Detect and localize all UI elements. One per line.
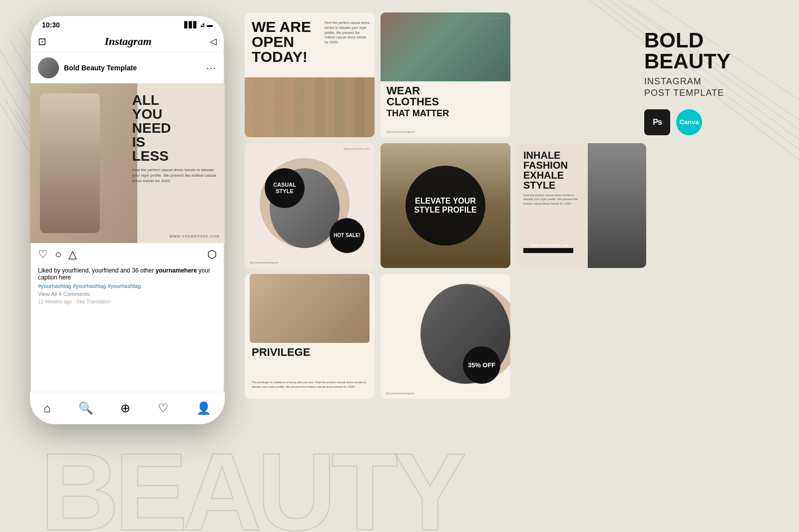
post-subtext: Find the perfect casual dress trends to … (132, 167, 220, 184)
view-comments[interactable]: View All 4 Comments (30, 290, 225, 298)
card7-badge: 35% OFF (463, 346, 500, 384)
profile-row: Bold Beauty Template ··· (30, 52, 225, 83)
profile-name: Bold Beauty Template (64, 64, 137, 72)
post-text-area: ALL YOU NEED IS LESS Find the perfect ca… (132, 93, 220, 184)
battery-icon: ▬ (207, 21, 213, 28)
phone-bottom-nav: ⌂ 🔍 ⊕ ♡ 👤 (30, 392, 225, 424)
activity-icon[interactable]: ♡ (158, 401, 169, 415)
card-privilege: www.yourstore.com PRIVILEGE The privileg… (245, 274, 375, 399)
post-website: WWW.YOURSTORE.COM (169, 235, 220, 238)
brand-subtitle: INSTAGRAM POST TEMPLATE (644, 76, 784, 99)
card2-url: www.yourstore.com (479, 16, 505, 19)
post-hashtags: #yourhashtag #yourhashtag #yourhashtag (30, 282, 225, 290)
card2-handle: @yourstoreinstagram (387, 130, 415, 133)
post-image: ALL YOU NEED IS LESS Find the perfect ca… (30, 83, 225, 243)
canva-icon: Canva (676, 109, 702, 135)
card1-image (245, 77, 375, 137)
card4-text: ELEVATE YOUR STYLE PROFILE (405, 192, 485, 219)
phone-time: 10:30 (42, 21, 60, 29)
card3-url: www.yourstore.com (344, 147, 370, 150)
send-icon[interactable]: ◁ (210, 36, 217, 47)
card6-subtext: The privilege of a lifetime is being who… (252, 380, 368, 389)
add-icon[interactable]: ⊕ (120, 401, 130, 415)
right-panel: Bold Beauty INSTAGRAM POST TEMPLATE Ps C… (644, 30, 784, 135)
compatible-icons: Ps Canva (644, 109, 784, 135)
card2-photo (381, 12, 510, 87)
instagram-header: ⊡ Instagram ◁ (30, 31, 225, 52)
ps-icon: Ps (644, 109, 670, 135)
comment-icon[interactable]: ○ (55, 248, 61, 261)
brand-title: Bold Beauty (644, 30, 784, 72)
card5-left: INHALEFASHIONEXHALESTYLE Find the perfec… (516, 143, 588, 268)
card3-badge-bottom: HOT SALE! (330, 218, 365, 253)
profile-avatar (38, 57, 59, 78)
instagram-logo: Instagram (104, 35, 151, 48)
card6-photo (250, 274, 370, 343)
bookmark-icon[interactable]: ⬡ (207, 248, 217, 261)
phone-mockup: 10:30 ▋▋▋ ⊿ ▬ ⊡ Instagram ◁ Bold Beauty … (30, 15, 225, 424)
card4-circle: ELEVATE YOUR STYLE PROFILE (405, 166, 485, 246)
card5-photo (588, 143, 646, 268)
post-person-image (30, 83, 137, 243)
card6-headline: PRIVILEGE (252, 346, 310, 359)
template-grid: WE AREOPENTODAY! Find the perfect casual… (245, 12, 646, 399)
profile-icon[interactable]: 👤 (196, 401, 211, 415)
card-casual-style: www.yourstore.com CASUAL STYLE HOT SALE!… (245, 143, 375, 268)
card3-badge-top: CASUAL STYLE (265, 168, 305, 208)
post-timestamp: 11 minutes ago · See Translation (30, 298, 225, 305)
profile-dots[interactable]: ··· (206, 63, 217, 73)
card-wear-clothes: www.yourstore.com WEARCLOTHESTHAT MATTER… (381, 12, 510, 137)
card3-handle: @yourstoreinstagram (250, 261, 278, 264)
beauty-watermark: BEAUTY (40, 437, 462, 532)
card5-bar: WWW.YOURSTORE.COM (523, 248, 573, 253)
home-icon[interactable]: ⌂ (43, 401, 51, 415)
card5-subtext: Find the perfect casual dress trends to … (523, 193, 581, 206)
camera-icon[interactable]: ⊡ (38, 35, 46, 47)
card2-bottom: WEARCLOTHESTHAT MATTER @yourstoreinstagr… (381, 81, 510, 138)
search-icon[interactable]: 🔍 (78, 401, 93, 415)
share-icon[interactable]: △ (68, 248, 77, 261)
post-likes: Liked by yourfriend, yourfriend and 36 o… (30, 266, 225, 282)
card5-headline: INHALEFASHIONEXHALESTYLE (523, 150, 581, 190)
ig-header-icons: ◁ (210, 36, 217, 47)
card2-headline: WEARCLOTHESTHAT MATTER (387, 85, 504, 118)
card-elevate: ELEVATE YOUR STYLE PROFILE (381, 143, 510, 268)
post-actions: ♡ ○ △ ⬡ (30, 243, 225, 266)
card5-url: WWW.YOURSTORE.COM (530, 244, 569, 247)
signal-icon: ▋▋▋ (184, 21, 198, 28)
wifi-icon: ⊿ (200, 21, 205, 28)
card-inhale-fashion: INHALEFASHIONEXHALESTYLE Find the perfec… (516, 143, 646, 268)
status-icons: ▋▋▋ ⊿ ▬ (184, 21, 213, 28)
phone-status-bar: 10:30 ▋▋▋ ⊿ ▬ (30, 15, 225, 31)
card7-handle: @yourstoreinstagram (386, 392, 414, 395)
card1-text: Find the perfect casual dress trends to … (325, 20, 370, 45)
card-we-are-open: WE AREOPENTODAY! Find the perfect casual… (245, 12, 375, 137)
card-35off: 35% OFF @yourstoreinstagram (381, 274, 510, 399)
post-headline: ALL YOU NEED IS LESS (132, 93, 220, 163)
heart-icon[interactable]: ♡ (38, 248, 48, 261)
card6-url: www.yourstore.com (344, 278, 370, 281)
